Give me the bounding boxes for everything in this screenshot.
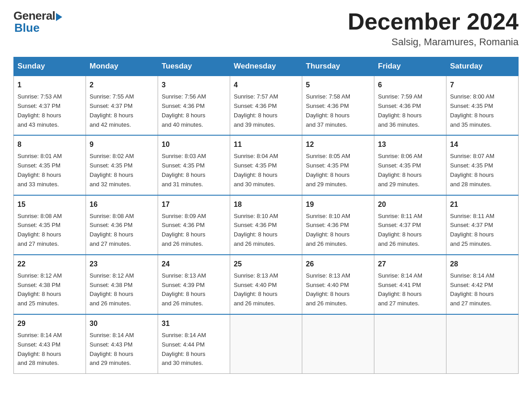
day-info: Sunrise: 7:57 AMSunset: 4:36 PMDaylight:… [234, 92, 298, 129]
day-info: Sunrise: 8:02 AMSunset: 4:35 PMDaylight:… [90, 152, 154, 189]
day-info: Sunrise: 8:13 AMSunset: 4:40 PMDaylight:… [234, 271, 298, 308]
day-info: Sunrise: 8:12 AMSunset: 4:38 PMDaylight:… [90, 271, 154, 308]
calendar-cell: 11Sunrise: 8:04 AMSunset: 4:35 PMDayligh… [230, 135, 302, 195]
day-info: Sunrise: 8:14 AMSunset: 4:43 PMDaylight:… [17, 331, 82, 368]
day-info: Sunrise: 8:14 AMSunset: 4:42 PMDaylight:… [450, 271, 515, 308]
week-row-5: 29Sunrise: 8:14 AMSunset: 4:43 PMDayligh… [14, 314, 519, 374]
day-number: 18 [234, 199, 298, 210]
day-info: Sunrise: 8:07 AMSunset: 4:35 PMDaylight:… [450, 152, 515, 189]
day-number: 6 [378, 80, 442, 90]
day-number: 5 [306, 80, 370, 90]
header-wednesday: Wednesday [230, 57, 302, 76]
calendar-cell: 1Sunrise: 7:53 AMSunset: 4:37 PMDaylight… [14, 76, 86, 135]
calendar-cell: 16Sunrise: 8:08 AMSunset: 4:36 PMDayligh… [86, 195, 158, 255]
calendar-cell: 30Sunrise: 8:14 AMSunset: 4:43 PMDayligh… [86, 314, 158, 374]
calendar-cell: 27Sunrise: 8:14 AMSunset: 4:41 PMDayligh… [374, 255, 446, 314]
calendar-cell: 8Sunrise: 8:01 AMSunset: 4:35 PMDaylight… [14, 135, 86, 195]
calendar-cell: 18Sunrise: 8:10 AMSunset: 4:36 PMDayligh… [230, 195, 302, 255]
day-number: 13 [378, 139, 442, 150]
calendar-cell: 21Sunrise: 8:11 AMSunset: 4:37 PMDayligh… [446, 195, 519, 255]
day-number: 9 [90, 139, 154, 150]
day-info: Sunrise: 8:10 AMSunset: 4:36 PMDaylight:… [234, 212, 298, 249]
day-info: Sunrise: 8:01 AMSunset: 4:35 PMDaylight:… [17, 152, 82, 189]
week-row-4: 22Sunrise: 8:12 AMSunset: 4:38 PMDayligh… [14, 255, 519, 314]
calendar-cell: 10Sunrise: 8:03 AMSunset: 4:35 PMDayligh… [158, 135, 230, 195]
empty-cell [446, 314, 519, 374]
day-info: Sunrise: 8:03 AMSunset: 4:35 PMDaylight:… [162, 152, 226, 189]
calendar-cell: 3Sunrise: 7:56 AMSunset: 4:36 PMDaylight… [158, 76, 230, 135]
day-info: Sunrise: 7:59 AMSunset: 4:36 PMDaylight:… [378, 92, 442, 129]
day-number: 24 [162, 259, 226, 270]
day-info: Sunrise: 8:06 AMSunset: 4:35 PMDaylight:… [378, 152, 442, 189]
calendar-cell: 20Sunrise: 8:11 AMSunset: 4:37 PMDayligh… [374, 195, 446, 255]
logo-arrow-icon [56, 13, 62, 21]
day-number: 22 [17, 259, 82, 270]
calendar-cell: 22Sunrise: 8:12 AMSunset: 4:38 PMDayligh… [14, 255, 86, 314]
day-number: 3 [162, 80, 226, 90]
header-tuesday: Tuesday [158, 57, 230, 76]
calendar-cell: 17Sunrise: 8:09 AMSunset: 4:36 PMDayligh… [158, 195, 230, 255]
day-number: 2 [90, 80, 154, 90]
calendar-cell: 26Sunrise: 8:13 AMSunset: 4:40 PMDayligh… [302, 255, 374, 314]
calendar-cell: 23Sunrise: 8:12 AMSunset: 4:38 PMDayligh… [86, 255, 158, 314]
day-info: Sunrise: 8:14 AMSunset: 4:43 PMDaylight:… [90, 331, 154, 368]
day-info: Sunrise: 8:00 AMSunset: 4:35 PMDaylight:… [450, 92, 515, 129]
day-number: 17 [162, 199, 226, 210]
page-header: General Blue December 2024 Salsig, Maram… [13, 9, 519, 48]
calendar-header-row: SundayMondayTuesdayWednesdayThursdayFrid… [14, 57, 519, 76]
day-info: Sunrise: 7:56 AMSunset: 4:36 PMDaylight:… [162, 92, 226, 129]
calendar-cell: 15Sunrise: 8:08 AMSunset: 4:35 PMDayligh… [14, 195, 86, 255]
day-info: Sunrise: 7:53 AMSunset: 4:37 PMDaylight:… [17, 92, 82, 129]
calendar-cell: 12Sunrise: 8:05 AMSunset: 4:35 PMDayligh… [302, 135, 374, 195]
calendar-table: SundayMondayTuesdayWednesdayThursdayFrid… [13, 57, 519, 374]
day-info: Sunrise: 8:12 AMSunset: 4:38 PMDaylight:… [17, 271, 82, 308]
empty-cell [374, 314, 446, 374]
calendar-cell: 6Sunrise: 7:59 AMSunset: 4:36 PMDaylight… [374, 76, 446, 135]
day-number: 23 [90, 259, 154, 270]
day-number: 4 [234, 80, 298, 90]
day-number: 21 [450, 199, 515, 210]
day-number: 19 [306, 199, 370, 210]
day-info: Sunrise: 8:14 AMSunset: 4:44 PMDaylight:… [162, 331, 226, 368]
day-number: 7 [450, 80, 515, 90]
header-saturday: Saturday [446, 57, 519, 76]
logo: General Blue [13, 9, 62, 35]
day-info: Sunrise: 8:11 AMSunset: 4:37 PMDaylight:… [378, 212, 442, 249]
title-section: December 2024 Salsig, Maramures, Romania [348, 9, 519, 48]
calendar-cell: 5Sunrise: 7:58 AMSunset: 4:36 PMDaylight… [302, 76, 374, 135]
day-info: Sunrise: 8:10 AMSunset: 4:36 PMDaylight:… [306, 212, 370, 249]
day-number: 1 [17, 80, 82, 90]
day-info: Sunrise: 7:55 AMSunset: 4:37 PMDaylight:… [90, 92, 154, 129]
calendar-cell: 7Sunrise: 8:00 AMSunset: 4:35 PMDaylight… [446, 76, 519, 135]
day-number: 30 [90, 318, 154, 329]
header-thursday: Thursday [302, 57, 374, 76]
header-friday: Friday [374, 57, 446, 76]
month-title: December 2024 [348, 9, 519, 34]
day-info: Sunrise: 8:13 AMSunset: 4:40 PMDaylight:… [306, 271, 370, 308]
header-monday: Monday [86, 57, 158, 76]
week-row-2: 8Sunrise: 8:01 AMSunset: 4:35 PMDaylight… [14, 135, 519, 195]
day-info: Sunrise: 8:13 AMSunset: 4:39 PMDaylight:… [162, 271, 226, 308]
day-number: 12 [306, 139, 370, 150]
empty-cell [302, 314, 374, 374]
location-title: Salsig, Maramures, Romania [348, 36, 519, 48]
week-row-1: 1Sunrise: 7:53 AMSunset: 4:37 PMDaylight… [14, 76, 519, 135]
calendar-cell: 13Sunrise: 8:06 AMSunset: 4:35 PMDayligh… [374, 135, 446, 195]
calendar-cell: 31Sunrise: 8:14 AMSunset: 4:44 PMDayligh… [158, 314, 230, 374]
day-info: Sunrise: 8:09 AMSunset: 4:36 PMDaylight:… [162, 212, 226, 249]
calendar-cell: 19Sunrise: 8:10 AMSunset: 4:36 PMDayligh… [302, 195, 374, 255]
day-number: 25 [234, 259, 298, 270]
calendar-cell: 9Sunrise: 8:02 AMSunset: 4:35 PMDaylight… [86, 135, 158, 195]
day-number: 16 [90, 199, 154, 210]
day-info: Sunrise: 8:04 AMSunset: 4:35 PMDaylight:… [234, 152, 298, 189]
day-number: 11 [234, 139, 298, 150]
day-number: 28 [450, 259, 515, 270]
empty-cell [230, 314, 302, 374]
calendar-cell: 2Sunrise: 7:55 AMSunset: 4:37 PMDaylight… [86, 76, 158, 135]
day-info: Sunrise: 7:58 AMSunset: 4:36 PMDaylight:… [306, 92, 370, 129]
day-number: 29 [17, 318, 82, 329]
day-info: Sunrise: 8:08 AMSunset: 4:36 PMDaylight:… [90, 212, 154, 249]
day-info: Sunrise: 8:14 AMSunset: 4:41 PMDaylight:… [378, 271, 442, 308]
day-number: 31 [162, 318, 226, 329]
calendar-cell: 29Sunrise: 8:14 AMSunset: 4:43 PMDayligh… [14, 314, 86, 374]
